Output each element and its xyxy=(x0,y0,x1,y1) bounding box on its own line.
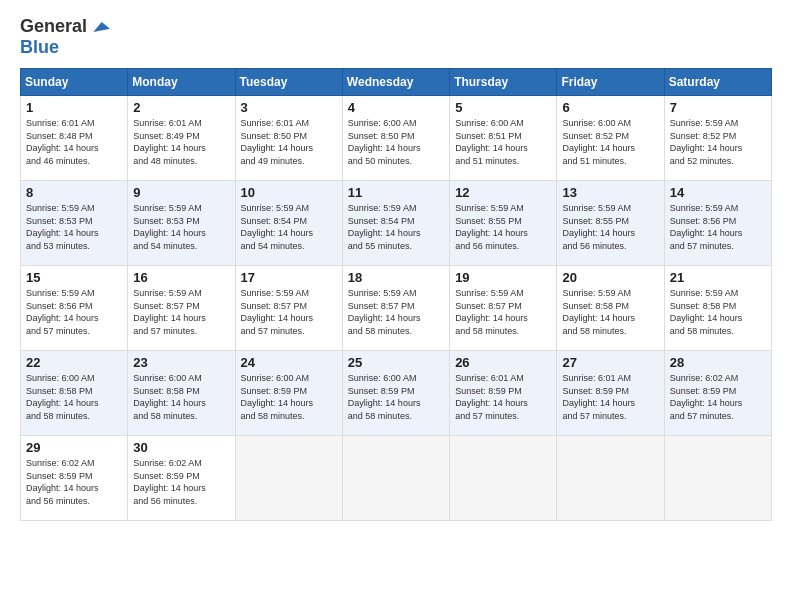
calendar-day-cell xyxy=(664,436,771,521)
calendar-day-cell xyxy=(450,436,557,521)
calendar-day-header: Saturday xyxy=(664,69,771,96)
day-info: Sunrise: 5:59 AM Sunset: 8:55 PM Dayligh… xyxy=(455,202,551,252)
day-info: Sunrise: 6:02 AM Sunset: 8:59 PM Dayligh… xyxy=(26,457,122,507)
calendar-day-cell: 26 Sunrise: 6:01 AM Sunset: 8:59 PM Dayl… xyxy=(450,351,557,436)
calendar-day-cell: 21 Sunrise: 5:59 AM Sunset: 8:58 PM Dayl… xyxy=(664,266,771,351)
day-number: 10 xyxy=(241,185,337,200)
day-number: 17 xyxy=(241,270,337,285)
day-info: Sunrise: 5:59 AM Sunset: 8:58 PM Dayligh… xyxy=(670,287,766,337)
day-number: 8 xyxy=(26,185,122,200)
calendar-week-row: 29 Sunrise: 6:02 AM Sunset: 8:59 PM Dayl… xyxy=(21,436,772,521)
calendar-day-header: Monday xyxy=(128,69,235,96)
day-number: 30 xyxy=(133,440,229,455)
day-number: 6 xyxy=(562,100,658,115)
svg-marker-0 xyxy=(93,22,110,32)
calendar-day-cell: 30 Sunrise: 6:02 AM Sunset: 8:59 PM Dayl… xyxy=(128,436,235,521)
calendar-day-cell: 7 Sunrise: 5:59 AM Sunset: 8:52 PM Dayli… xyxy=(664,96,771,181)
logo-general-text: General xyxy=(20,16,87,37)
calendar-day-cell: 13 Sunrise: 5:59 AM Sunset: 8:55 PM Dayl… xyxy=(557,181,664,266)
day-number: 3 xyxy=(241,100,337,115)
calendar-day-header: Sunday xyxy=(21,69,128,96)
day-info: Sunrise: 6:02 AM Sunset: 8:59 PM Dayligh… xyxy=(670,372,766,422)
calendar-day-cell: 14 Sunrise: 5:59 AM Sunset: 8:56 PM Dayl… xyxy=(664,181,771,266)
calendar-day-cell: 12 Sunrise: 5:59 AM Sunset: 8:55 PM Dayl… xyxy=(450,181,557,266)
day-number: 4 xyxy=(348,100,444,115)
logo-icon xyxy=(90,17,110,37)
day-number: 14 xyxy=(670,185,766,200)
calendar-day-header: Tuesday xyxy=(235,69,342,96)
calendar-day-cell: 18 Sunrise: 5:59 AM Sunset: 8:57 PM Dayl… xyxy=(342,266,449,351)
calendar-day-cell xyxy=(557,436,664,521)
day-info: Sunrise: 5:59 AM Sunset: 8:57 PM Dayligh… xyxy=(241,287,337,337)
day-number: 29 xyxy=(26,440,122,455)
day-number: 26 xyxy=(455,355,551,370)
day-number: 20 xyxy=(562,270,658,285)
day-info: Sunrise: 6:01 AM Sunset: 8:48 PM Dayligh… xyxy=(26,117,122,167)
page: General Blue SundayMondayTuesdayWednesda… xyxy=(0,0,792,612)
day-info: Sunrise: 6:00 AM Sunset: 8:58 PM Dayligh… xyxy=(133,372,229,422)
day-number: 22 xyxy=(26,355,122,370)
day-number: 13 xyxy=(562,185,658,200)
day-info: Sunrise: 5:59 AM Sunset: 8:56 PM Dayligh… xyxy=(670,202,766,252)
day-info: Sunrise: 6:00 AM Sunset: 8:52 PM Dayligh… xyxy=(562,117,658,167)
calendar-day-cell: 27 Sunrise: 6:01 AM Sunset: 8:59 PM Dayl… xyxy=(557,351,664,436)
calendar-day-cell: 11 Sunrise: 5:59 AM Sunset: 8:54 PM Dayl… xyxy=(342,181,449,266)
calendar-day-cell: 24 Sunrise: 6:00 AM Sunset: 8:59 PM Dayl… xyxy=(235,351,342,436)
calendar-day-cell: 10 Sunrise: 5:59 AM Sunset: 8:54 PM Dayl… xyxy=(235,181,342,266)
day-info: Sunrise: 6:00 AM Sunset: 8:59 PM Dayligh… xyxy=(241,372,337,422)
day-number: 5 xyxy=(455,100,551,115)
day-info: Sunrise: 6:01 AM Sunset: 8:59 PM Dayligh… xyxy=(455,372,551,422)
calendar-week-row: 1 Sunrise: 6:01 AM Sunset: 8:48 PM Dayli… xyxy=(21,96,772,181)
day-info: Sunrise: 6:01 AM Sunset: 8:59 PM Dayligh… xyxy=(562,372,658,422)
day-info: Sunrise: 5:59 AM Sunset: 8:54 PM Dayligh… xyxy=(241,202,337,252)
day-info: Sunrise: 6:01 AM Sunset: 8:49 PM Dayligh… xyxy=(133,117,229,167)
day-number: 11 xyxy=(348,185,444,200)
day-number: 1 xyxy=(26,100,122,115)
calendar-week-row: 15 Sunrise: 5:59 AM Sunset: 8:56 PM Dayl… xyxy=(21,266,772,351)
day-info: Sunrise: 6:01 AM Sunset: 8:50 PM Dayligh… xyxy=(241,117,337,167)
day-info: Sunrise: 5:59 AM Sunset: 8:57 PM Dayligh… xyxy=(133,287,229,337)
day-number: 15 xyxy=(26,270,122,285)
day-number: 2 xyxy=(133,100,229,115)
day-number: 7 xyxy=(670,100,766,115)
calendar-day-header: Wednesday xyxy=(342,69,449,96)
calendar-day-cell: 20 Sunrise: 5:59 AM Sunset: 8:58 PM Dayl… xyxy=(557,266,664,351)
day-info: Sunrise: 5:59 AM Sunset: 8:57 PM Dayligh… xyxy=(455,287,551,337)
calendar-day-cell: 3 Sunrise: 6:01 AM Sunset: 8:50 PM Dayli… xyxy=(235,96,342,181)
day-number: 28 xyxy=(670,355,766,370)
calendar-day-header: Friday xyxy=(557,69,664,96)
day-info: Sunrise: 6:00 AM Sunset: 8:58 PM Dayligh… xyxy=(26,372,122,422)
calendar-day-cell: 16 Sunrise: 5:59 AM Sunset: 8:57 PM Dayl… xyxy=(128,266,235,351)
day-info: Sunrise: 5:59 AM Sunset: 8:55 PM Dayligh… xyxy=(562,202,658,252)
calendar-day-cell: 1 Sunrise: 6:01 AM Sunset: 8:48 PM Dayli… xyxy=(21,96,128,181)
calendar-day-header: Thursday xyxy=(450,69,557,96)
calendar-day-cell: 22 Sunrise: 6:00 AM Sunset: 8:58 PM Dayl… xyxy=(21,351,128,436)
day-info: Sunrise: 5:59 AM Sunset: 8:57 PM Dayligh… xyxy=(348,287,444,337)
day-info: Sunrise: 6:00 AM Sunset: 8:59 PM Dayligh… xyxy=(348,372,444,422)
calendar-day-cell: 8 Sunrise: 5:59 AM Sunset: 8:53 PM Dayli… xyxy=(21,181,128,266)
day-info: Sunrise: 6:00 AM Sunset: 8:51 PM Dayligh… xyxy=(455,117,551,167)
calendar-day-cell: 2 Sunrise: 6:01 AM Sunset: 8:49 PM Dayli… xyxy=(128,96,235,181)
day-info: Sunrise: 6:00 AM Sunset: 8:50 PM Dayligh… xyxy=(348,117,444,167)
day-number: 24 xyxy=(241,355,337,370)
day-number: 9 xyxy=(133,185,229,200)
calendar-day-cell: 15 Sunrise: 5:59 AM Sunset: 8:56 PM Dayl… xyxy=(21,266,128,351)
day-info: Sunrise: 5:59 AM Sunset: 8:53 PM Dayligh… xyxy=(26,202,122,252)
day-info: Sunrise: 5:59 AM Sunset: 8:54 PM Dayligh… xyxy=(348,202,444,252)
calendar-day-cell: 28 Sunrise: 6:02 AM Sunset: 8:59 PM Dayl… xyxy=(664,351,771,436)
calendar-week-row: 22 Sunrise: 6:00 AM Sunset: 8:58 PM Dayl… xyxy=(21,351,772,436)
logo-blue-text: Blue xyxy=(20,37,59,58)
day-number: 21 xyxy=(670,270,766,285)
calendar-day-cell: 6 Sunrise: 6:00 AM Sunset: 8:52 PM Dayli… xyxy=(557,96,664,181)
calendar-day-cell: 23 Sunrise: 6:00 AM Sunset: 8:58 PM Dayl… xyxy=(128,351,235,436)
calendar-day-cell xyxy=(342,436,449,521)
calendar-table: SundayMondayTuesdayWednesdayThursdayFrid… xyxy=(20,68,772,521)
day-info: Sunrise: 5:59 AM Sunset: 8:53 PM Dayligh… xyxy=(133,202,229,252)
day-number: 25 xyxy=(348,355,444,370)
header: General Blue xyxy=(20,16,772,58)
day-number: 19 xyxy=(455,270,551,285)
calendar-day-cell xyxy=(235,436,342,521)
day-info: Sunrise: 5:59 AM Sunset: 8:58 PM Dayligh… xyxy=(562,287,658,337)
calendar-day-cell: 17 Sunrise: 5:59 AM Sunset: 8:57 PM Dayl… xyxy=(235,266,342,351)
calendar-day-cell: 19 Sunrise: 5:59 AM Sunset: 8:57 PM Dayl… xyxy=(450,266,557,351)
